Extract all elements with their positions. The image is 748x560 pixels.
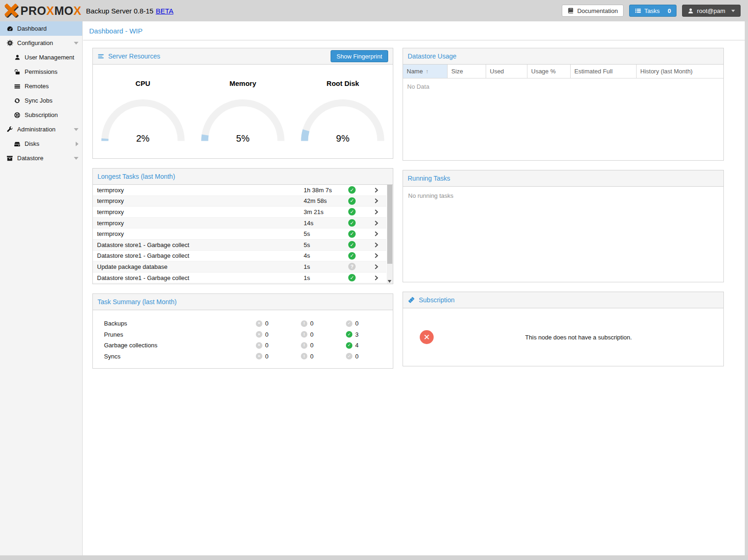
- ok-icon: ✓: [346, 342, 352, 349]
- proxmox-x-icon: [5, 4, 19, 18]
- status-ok-icon: ✓: [348, 274, 356, 281]
- column-header-usage-pct[interactable]: Usage %: [527, 65, 571, 78]
- status-ok-icon: ✓: [348, 230, 356, 238]
- chevron-right-icon[interactable]: [76, 142, 78, 146]
- window-scrollbar-horizontal[interactable]: [0, 555, 748, 560]
- book-icon: [567, 7, 574, 14]
- wrench-icon: [6, 126, 14, 133]
- chevron-down-icon[interactable]: [74, 42, 78, 45]
- panel-title: Task Summary (last Month): [98, 298, 176, 306]
- chevron-right-icon[interactable]: [366, 264, 386, 270]
- user-icon: [13, 54, 21, 60]
- chevron-right-icon[interactable]: [366, 220, 386, 226]
- task-row[interactable]: termproxy 3m 21s ✓: [93, 207, 386, 218]
- scrollbar-thumb[interactable]: [387, 185, 392, 264]
- task-row[interactable]: termproxy 1h 38m 7s ✓: [93, 185, 386, 196]
- no-data-message: No Data: [403, 78, 723, 161]
- summary-row-backups: Backups ×0 !0 ✓0: [104, 318, 393, 329]
- task-row[interactable]: termproxy 5s ✓: [93, 228, 386, 240]
- tasks-button[interactable]: Tasks 0: [629, 5, 676, 17]
- user-menu-button[interactable]: root@pam: [682, 5, 741, 17]
- sidebar-item-sync-jobs[interactable]: Sync Jobs: [0, 93, 82, 108]
- sidebar-item-remotes[interactable]: Remotes: [0, 79, 82, 93]
- product-version: Backup Server 0.8-15: [86, 7, 153, 15]
- life-ring-icon: [13, 112, 21, 118]
- sync-icon: [13, 98, 21, 104]
- warning-icon: !: [301, 342, 307, 349]
- beta-link[interactable]: BETA: [156, 7, 173, 15]
- cpu-gauge-value: 2%: [99, 133, 187, 144]
- task-list-icon: [635, 7, 641, 14]
- column-header-history[interactable]: History (last Month): [637, 65, 719, 78]
- sidebar-item-configuration[interactable]: Configuration: [0, 36, 82, 50]
- datastore-table-header: Name ↑ Size Used Usage % Estimated Full …: [403, 65, 723, 78]
- tachometer-icon: [6, 25, 14, 32]
- chevron-right-icon[interactable]: [366, 231, 386, 237]
- proxmox-logo: PROXMOX: [5, 4, 81, 18]
- warning-icon: !: [301, 331, 307, 338]
- top-bar: PROXMOX Backup Server 0.8-15 BETA Docume…: [0, 0, 748, 21]
- error-icon: ×: [256, 331, 262, 338]
- subscription-message: This node does not have a subscription.: [434, 334, 723, 341]
- sidebar-item-permissions[interactable]: Permissions: [0, 65, 82, 79]
- column-header-estimated-full[interactable]: Estimated Full: [571, 65, 637, 78]
- ok-icon: ✓: [346, 353, 352, 359]
- summary-row-prunes: Prunes ×0 !0 ✓3: [104, 329, 393, 340]
- main-content: Dashboard - WIP Server Resources Show Fi…: [83, 21, 748, 555]
- task-row[interactable]: Update package database 1s ?: [93, 261, 386, 273]
- user-icon: [688, 8, 694, 14]
- warning-icon: !: [301, 320, 307, 327]
- task-row[interactable]: Datastore store1 - Garbage collect 1s ✓: [93, 273, 386, 284]
- chevron-right-icon[interactable]: [366, 209, 386, 215]
- summary-row-garbage-collections: Garbage collections ×0 !0 ✓4: [104, 340, 393, 351]
- logo-wordmark: PROXMOX: [20, 5, 81, 17]
- panel-title: Subscription: [419, 296, 455, 304]
- chevron-right-icon[interactable]: [366, 275, 386, 281]
- tasks-count-badge: 0: [668, 7, 671, 14]
- status-ok-icon: ✓: [348, 208, 356, 215]
- gears-icon: [6, 39, 14, 46]
- chevron-down-icon[interactable]: [74, 157, 78, 160]
- chevron-right-icon[interactable]: [366, 198, 386, 204]
- sort-up-icon: ↑: [426, 68, 429, 75]
- status-ok-icon: ✓: [348, 252, 356, 260]
- window-scrollbar-vertical[interactable]: [745, 21, 748, 555]
- status-unknown-icon: ?: [348, 263, 356, 270]
- sidebar-item-subscription[interactable]: Subscription: [0, 108, 82, 122]
- task-row[interactable]: termproxy 14s ✓: [93, 218, 386, 229]
- root-disk-gauge-value: 9%: [299, 133, 387, 144]
- sidebar-item-datastore[interactable]: Datastore: [0, 151, 82, 165]
- chevron-right-icon[interactable]: [366, 187, 386, 193]
- task-row[interactable]: Datastore store1 - Garbage collect 4s ✓: [93, 251, 386, 262]
- sidebar-item-user-management[interactable]: User Management: [0, 50, 82, 65]
- chevron-right-icon[interactable]: [366, 242, 386, 248]
- root-disk-gauge: Root Disk 9%: [293, 79, 393, 145]
- column-header-used[interactable]: Used: [486, 65, 527, 78]
- warning-icon: !: [301, 353, 307, 359]
- column-header-size[interactable]: Size: [448, 65, 486, 78]
- chevron-right-icon[interactable]: [366, 253, 386, 259]
- show-fingerprint-button[interactable]: Show Fingerprint: [331, 50, 388, 62]
- server-resources-panel: Server Resources Show Fingerprint CPU 2%…: [92, 48, 393, 159]
- error-icon: ×: [256, 320, 262, 327]
- chevron-down-icon: [731, 10, 735, 12]
- sidebar-item-administration[interactable]: Administration: [0, 122, 82, 137]
- scrollbar[interactable]: [387, 185, 393, 284]
- sidebar-item-disks[interactable]: Disks: [0, 137, 82, 151]
- documentation-button[interactable]: Documentation: [562, 5, 623, 17]
- datastore-usage-panel: Datastore Usage Name ↑ Size Used Usage %…: [403, 48, 724, 161]
- ok-icon: ✓: [346, 320, 352, 327]
- status-ok-icon: ✓: [348, 241, 356, 248]
- archive-box-icon: [6, 155, 14, 162]
- panel-title: Server Resources: [108, 52, 160, 60]
- chevron-down-icon[interactable]: [74, 128, 78, 131]
- sidebar-item-dashboard[interactable]: Dashboard: [0, 21, 82, 36]
- scrollbar-down-arrow-icon[interactable]: [388, 280, 391, 283]
- task-row[interactable]: termproxy 42m 58s ✓: [93, 196, 386, 207]
- no-running-tasks-message: No running tasks: [403, 187, 723, 282]
- panel-title: Datastore Usage: [408, 52, 456, 60]
- task-row[interactable]: Datastore store1 - Garbage collect 5s ✓: [93, 240, 386, 251]
- server-list-icon: [13, 83, 21, 90]
- column-header-name[interactable]: Name ↑: [403, 65, 448, 78]
- status-ok-icon: ✓: [348, 186, 356, 194]
